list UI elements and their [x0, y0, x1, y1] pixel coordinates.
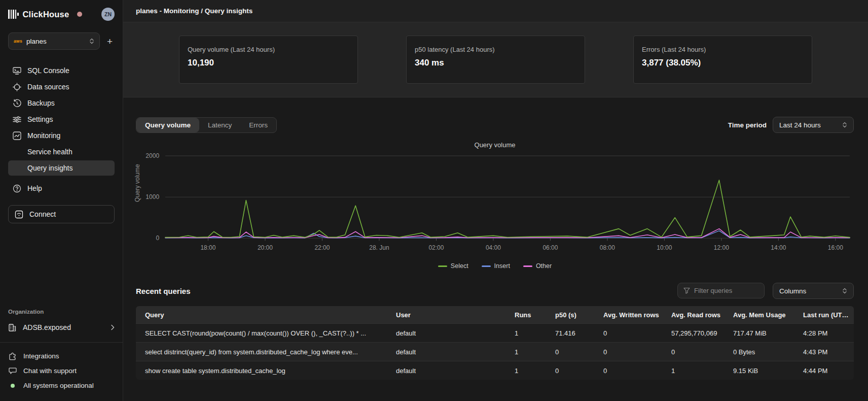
cell-avg-read: 1 [666, 367, 728, 375]
svg-text:28. Jun: 28. Jun [369, 244, 389, 251]
filter-queries-input-wrap[interactable] [677, 283, 765, 298]
sidebar-item-monitoring[interactable]: Monitoring [8, 128, 115, 143]
sidebar-item-chat-support[interactable]: Chat with support [8, 363, 115, 378]
cell-runs: 1 [510, 329, 550, 337]
cell-avg-mem: 717.47 MiB [728, 329, 798, 337]
cell-p50: 71.416 [550, 329, 598, 337]
sidebar-item-label: Service health [27, 148, 73, 156]
table-row[interactable]: SELECT CAST(round(pow(count() / max(coun… [136, 323, 854, 342]
filter-icon [683, 287, 690, 294]
sidebar-item-service-health[interactable]: Service health [8, 144, 115, 159]
sidebar-divider [0, 342, 123, 343]
cell-avg-mem: 9.15 KiB [728, 367, 798, 375]
cell-avg-mem: 0 Bytes [728, 348, 798, 356]
cell-user: default [391, 367, 510, 375]
tab-latency[interactable]: Latency [199, 118, 240, 132]
table-row[interactable]: show create table system.distributed_cac… [136, 361, 854, 380]
chevron-updown-icon [842, 121, 847, 128]
time-period-value: Last 24 hours [779, 121, 821, 129]
sidebar-item-help[interactable]: Help [8, 181, 115, 196]
sidebar-item-label: Backups [27, 99, 55, 107]
cell-last-run: 4:28 PM [798, 329, 854, 337]
chevron-right-icon [111, 324, 115, 330]
service-selector[interactable]: aws planes [8, 32, 100, 50]
table-row[interactable]: select distrinct(query_id) from system.d… [136, 342, 854, 361]
cell-user: default [391, 348, 510, 356]
brand-name: ClickHouse [23, 10, 69, 19]
cell-query: SELECT CAST(round(pow(count() / max(coun… [136, 329, 391, 337]
svg-text:2000: 2000 [146, 152, 159, 159]
aws-provider-icon: aws [14, 39, 22, 44]
recent-queries-table: Query User Runs p50 (s) Avg. Written row… [136, 306, 854, 380]
legend-label: Select [451, 262, 468, 270]
time-period-label: Time period [728, 121, 767, 129]
status-dot-icon [8, 384, 17, 388]
main-area: planes - Monitoring / Query insights Que… [123, 0, 868, 401]
stat-label: Errors (Last 24 hours) [642, 46, 804, 53]
column-header-runs[interactable]: Runs [510, 311, 550, 319]
column-header-query[interactable]: Query [136, 311, 391, 319]
breadcrumb: planes - Monitoring / Query insights [136, 7, 252, 15]
sidebar-item-label: SQL Console [27, 66, 69, 75]
sidebar-item-label: Monitoring [27, 131, 60, 140]
svg-text:18:00: 18:00 [200, 244, 215, 251]
cell-user: default [391, 329, 510, 337]
connect-button[interactable]: Connect [8, 205, 115, 223]
stat-label: p50 latency (Last 24 hours) [415, 46, 576, 53]
sidebar-item-sql-console[interactable]: SQL Console [8, 63, 115, 78]
cell-avg-read: 57,295,770,069 [666, 329, 728, 337]
topbar: planes - Monitoring / Query insights [123, 0, 868, 22]
cell-runs: 1 [510, 348, 550, 356]
query-volume-chart: Query volume Query volume 01000200018:00… [136, 141, 854, 270]
sql-console-icon [12, 66, 21, 75]
app-window: ClickHouse ZN aws planes + SQL Console [0, 0, 868, 401]
cell-avg-written: 0 [598, 329, 666, 337]
column-header-avg-written[interactable]: Avg. Written rows [598, 311, 666, 319]
columns-select[interactable]: Columns [773, 283, 854, 299]
svg-text:06:00: 06:00 [542, 244, 558, 251]
svg-text:0: 0 [156, 235, 159, 242]
svg-text:1000: 1000 [146, 193, 159, 201]
notification-dot-icon [77, 12, 82, 17]
column-header-avg-read[interactable]: Avg. Read rows [666, 311, 728, 319]
chat-icon [8, 367, 17, 375]
monitoring-icon [12, 131, 21, 140]
sidebar-item-label: Data sources [27, 83, 69, 91]
stat-value: 340 ms [415, 58, 576, 68]
sidebar-item-label: Help [27, 184, 42, 192]
sidebar-item-integrations[interactable]: Integrations [8, 349, 115, 363]
sidebar-item-query-insights[interactable]: Query insights [8, 160, 115, 176]
chart-title: Query volume [136, 141, 854, 149]
integrations-icon [8, 352, 17, 360]
legend-item-select[interactable]: Select [438, 262, 468, 270]
organization-name: ADSB.exposed [23, 323, 71, 331]
svg-text:22:00: 22:00 [314, 244, 330, 251]
legend-item-other[interactable]: Other [523, 262, 552, 270]
filter-queries-input[interactable] [694, 287, 755, 294]
columns-label: Columns [779, 287, 806, 295]
add-service-button[interactable]: + [105, 36, 115, 47]
tab-errors[interactable]: Errors [240, 118, 276, 132]
cell-avg-written: 0 [598, 367, 666, 375]
svg-text:20:00: 20:00 [258, 244, 273, 251]
time-period-select[interactable]: Last 24 hours [773, 117, 854, 133]
column-header-last-run[interactable]: Last run (UTC)^ [798, 311, 854, 319]
column-header-avg-mem[interactable]: Avg. Mem Usage [728, 311, 798, 319]
sidebar-item-data-sources[interactable]: Data sources [8, 79, 115, 94]
legend-item-insert[interactable]: Insert [482, 262, 510, 270]
tab-query-volume[interactable]: Query volume [136, 118, 199, 132]
column-header-user[interactable]: User [391, 311, 510, 319]
sidebar-item-backups[interactable]: Backups [8, 95, 115, 111]
stats-band: Query volume (Last 24 hours) 10,190 p50 … [123, 22, 868, 97]
system-status-item[interactable]: All systems operational [8, 378, 115, 393]
brand-row: ClickHouse ZN [8, 7, 115, 21]
recent-queries-title: Recent queries [136, 287, 191, 295]
table-header-row: Query User Runs p50 (s) Avg. Written row… [136, 306, 854, 323]
sidebar-item-settings[interactable]: Settings [8, 112, 115, 127]
user-avatar[interactable]: ZN [101, 8, 115, 21]
svg-text:04:00: 04:00 [486, 244, 501, 251]
svg-text:14:00: 14:00 [771, 244, 786, 251]
organization-item[interactable]: ADSB.exposed [8, 320, 115, 335]
stat-card-query-volume: Query volume (Last 24 hours) 10,190 [179, 36, 358, 84]
column-header-p50[interactable]: p50 (s) [550, 311, 598, 319]
